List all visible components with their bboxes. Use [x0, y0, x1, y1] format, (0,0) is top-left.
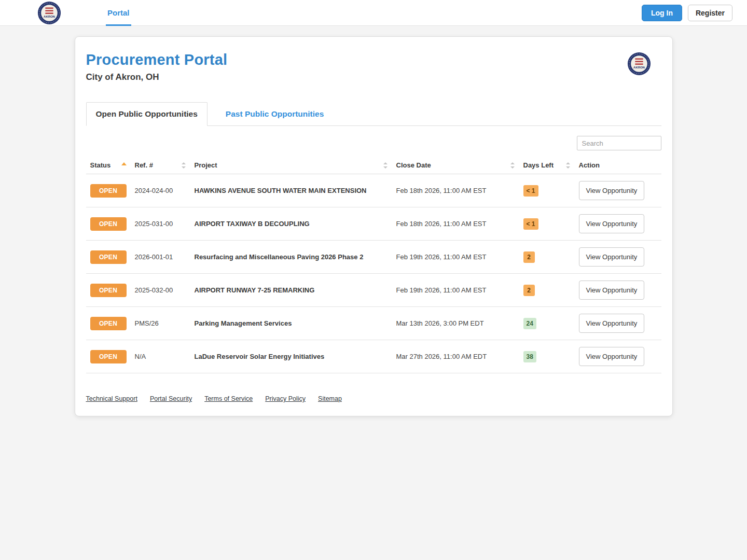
page-subtitle: City of Akron, OH	[86, 72, 228, 82]
table-row: OPEN 2024-024-00 HAWKINS AVENUE SOUTH WA…	[86, 174, 661, 207]
column-header-days-left[interactable]: Days Left	[519, 157, 575, 174]
nav-actions: Log In Register	[642, 5, 732, 21]
ref-number: N/A	[131, 340, 190, 373]
status-badge: OPEN	[90, 217, 127, 231]
ref-number: 2026-001-01	[131, 241, 190, 274]
column-header-action: Action	[575, 157, 661, 174]
login-button[interactable]: Log In	[642, 5, 682, 21]
page-title: Procurement Portal	[86, 51, 228, 68]
logo-text: AKRON	[633, 66, 645, 69]
sort-icon	[383, 162, 388, 169]
table-row: OPEN N/A LaDue Reservoir Solar Energy In…	[86, 340, 661, 373]
search-input[interactable]	[577, 136, 661, 150]
ref-number: 2024-024-00	[131, 174, 190, 207]
tab-bar: Open Public Opportunities Past Public Op…	[86, 102, 661, 126]
table-header-row: Status Ref. # Project Close Date Days Le…	[86, 157, 661, 174]
project-name: Resurfacing and Miscellaneous Paving 202…	[190, 241, 392, 274]
sort-ascending-icon	[121, 162, 127, 165]
table-row: OPEN 2026-001-01 Resurfacing and Miscell…	[86, 241, 661, 274]
close-date: Feb 19th 2026, 11:00 AM EST	[392, 241, 519, 274]
top-navbar: AKRON Portal Log In Register	[0, 0, 747, 26]
footer-links: Technical Support Portal Security Terms …	[86, 395, 661, 402]
column-header-ref[interactable]: Ref. #	[131, 157, 190, 174]
close-date: Feb 19th 2026, 11:00 AM EST	[392, 274, 519, 307]
view-opportunity-button[interactable]: View Opportunity	[579, 314, 645, 333]
procurement-portal-card: Procurement Portal City of Akron, OH AKR…	[75, 36, 673, 416]
column-header-close-date[interactable]: Close Date	[392, 157, 519, 174]
sitemap-link[interactable]: Sitemap	[318, 395, 342, 402]
privacy-policy-link[interactable]: Privacy Policy	[265, 395, 306, 402]
column-label: Project	[195, 161, 217, 169]
column-header-status[interactable]: Status	[86, 157, 131, 174]
project-name: LaDue Reservoir Solar Energy Initiatives	[190, 340, 392, 373]
table-row: OPEN 2025-031-00 AIRPORT TAXIWAY B DECOU…	[86, 207, 661, 241]
project-name: Parking Management Services	[190, 307, 392, 340]
sort-icon	[566, 162, 571, 169]
tab-past-public-opportunities[interactable]: Past Public Opportunities	[216, 103, 333, 125]
project-name: AIRPORT RUNWAY 7-25 REMARKING	[190, 274, 392, 307]
ref-number: 2025-031-00	[131, 207, 190, 241]
nav-portal-link[interactable]: Portal	[106, 0, 131, 26]
table-row: OPEN PMS/26 Parking Management Services …	[86, 307, 661, 340]
days-left-badge: < 1	[523, 185, 538, 197]
akron-seal-logo: AKRON	[627, 52, 651, 76]
days-left-badge: 38	[523, 351, 536, 362]
days-left-badge: < 1	[523, 218, 538, 230]
close-date: Feb 18th 2026, 11:00 AM EST	[392, 174, 519, 207]
column-label: Status	[90, 161, 111, 169]
status-badge: OPEN	[90, 284, 127, 297]
sort-icon	[182, 162, 186, 169]
close-date: Mar 13th 2026, 3:00 PM EDT	[392, 307, 519, 340]
view-opportunity-button[interactable]: View Opportunity	[579, 247, 645, 267]
column-label: Ref. #	[135, 161, 153, 169]
search-row	[86, 136, 661, 150]
terms-of-service-link[interactable]: Terms of Service	[204, 395, 253, 402]
column-label: Days Left	[523, 161, 554, 169]
sort-icon	[510, 162, 515, 169]
project-name: HAWKINS AVENUE SOUTH WATER MAIN EXTENSIO…	[190, 174, 392, 207]
view-opportunity-button[interactable]: View Opportunity	[579, 281, 645, 300]
view-opportunity-button[interactable]: View Opportunity	[579, 347, 645, 366]
ref-number: PMS/26	[131, 307, 190, 340]
days-left-badge: 24	[523, 318, 536, 329]
column-header-project[interactable]: Project	[190, 157, 392, 174]
column-label: Close Date	[396, 161, 431, 169]
ref-number: 2025-032-00	[131, 274, 190, 307]
close-date: Mar 27th 2026, 11:00 AM EDT	[392, 340, 519, 373]
portal-security-link[interactable]: Portal Security	[150, 395, 192, 402]
view-opportunity-button[interactable]: View Opportunity	[579, 214, 645, 233]
status-badge: OPEN	[90, 184, 127, 198]
column-label: Action	[579, 161, 600, 169]
card-header: Procurement Portal City of Akron, OH AKR…	[86, 51, 661, 82]
logo-text: AKRON	[44, 15, 55, 18]
view-opportunity-button[interactable]: View Opportunity	[579, 181, 645, 200]
status-badge: OPEN	[90, 350, 127, 363]
opportunities-table: Status Ref. # Project Close Date Days Le…	[86, 157, 661, 373]
tab-open-public-opportunities[interactable]: Open Public Opportunities	[86, 102, 208, 126]
project-name: AIRPORT TAXIWAY B DECOUPLING	[190, 207, 392, 241]
status-badge: OPEN	[90, 250, 127, 264]
table-row: OPEN 2025-032-00 AIRPORT RUNWAY 7-25 REM…	[86, 274, 661, 307]
status-badge: OPEN	[90, 317, 127, 330]
register-button[interactable]: Register	[688, 5, 732, 21]
technical-support-link[interactable]: Technical Support	[86, 395, 137, 402]
days-left-badge: 2	[523, 251, 535, 263]
close-date: Feb 18th 2026, 11:00 AM EST	[392, 207, 519, 241]
days-left-badge: 2	[523, 285, 535, 296]
akron-seal-logo: AKRON	[37, 1, 61, 25]
